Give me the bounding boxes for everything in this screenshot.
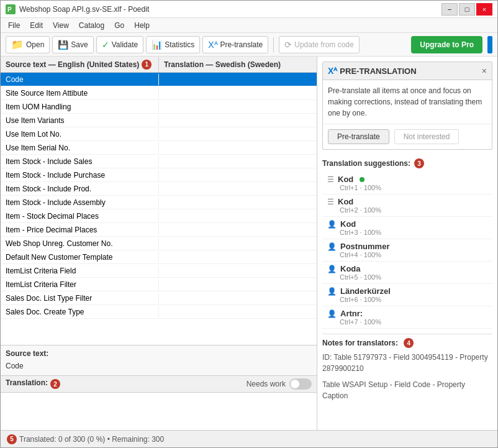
needs-work-toggle[interactable] [289,378,312,390]
main-area: Source text — English (United States) 1 … [1,57,497,430]
translation-cell [159,270,317,272]
title-bar: P Webshop Soap API.g.sv-SE.xlf - Poedit … [1,1,497,18]
suggestion-item[interactable]: ☰ Kod Ctrl+1 · 100% [322,172,492,194]
table-row[interactable]: Web Shop Unreg. Customer No. [1,237,317,250]
source-cell: Web Shop Unreg. Customer No. [1,238,159,249]
source-cell: Item - Price Decimal Places [1,224,159,235]
table-row[interactable]: Sales Doc. Create Type [1,305,317,319]
translation-cell [159,242,317,245]
table-row[interactable]: ItemList Criteria Filter [1,278,317,291]
menu-go[interactable]: Go [109,20,129,31]
suggestions-header: Translation suggestions: 3 [322,158,492,168]
translation-cell [159,201,317,204]
validate-button[interactable]: ✓ Validate [96,36,143,53]
suggestion-text: Kod [340,219,356,229]
suggestion-main: 👤 Kod [327,219,487,229]
badge-1: 1 [142,60,152,70]
table-row[interactable]: Site Source Item Attibute [1,86,317,100]
translation-cell [159,311,317,313]
not-interested-button[interactable]: Not interested [394,129,460,144]
translation-list[interactable]: Code Site Source Item Attibute Item UOM … [1,73,317,345]
table-row[interactable]: Item - Price Decimal Places [1,223,317,237]
pre-translate-body: Pre-translate all items at once and focu… [323,80,492,124]
source-cell: Sales Doc. List Type Filter [1,293,159,304]
translation-cell [159,215,317,217]
table-row[interactable]: Code [1,73,317,86]
source-cell: Item UOM Handling [1,101,159,112]
source-cell: Default New Customer Template [1,252,159,263]
close-icon[interactable]: × [482,66,487,76]
suggestion-item[interactable]: 👤 Artnr: Ctrl+7 · 100% [322,306,492,329]
source-cell: Item Stock - Include Sales [1,156,159,167]
suggestion-meta: Ctrl+6 · 100% [340,296,487,303]
validate-icon: ✓ [102,40,109,50]
translation-input[interactable] [1,393,317,430]
menu-view[interactable]: View [48,20,74,31]
table-row[interactable]: Item UOM Handling [1,100,317,114]
table-row[interactable]: Item Stock - Include Sales [1,155,317,168]
badge-5: 5 [7,434,17,444]
list-icon: ☰ [327,198,334,206]
suggestion-item[interactable]: 👤 Länderkürzel Ctrl+6 · 100% [322,284,492,306]
minimize-button[interactable]: − [441,3,458,16]
badge-2: 2 [50,379,60,389]
translation-label: Translation: [6,378,48,387]
translation-cell [159,174,317,176]
table-row[interactable]: Sales Doc. List Type Filter [1,291,317,305]
translation-cell [159,256,317,258]
table-row[interactable]: Use Item Lot No. [1,127,317,141]
update-from-code-button[interactable]: ⟳ Update from code [279,36,359,53]
svg-text:P: P [7,6,12,13]
pre-translation-box: Xᴬ PRE-TRANSLATION × Pre-translate all i… [322,62,492,150]
table-row[interactable]: Default New Customer Template [1,250,317,264]
toolbar: 📁 Open 💾 Save ✓ Validate 📊 Statistics Xᴬ… [1,33,497,57]
needs-work-area: Needs work [247,378,312,390]
suggestion-main: ☰ Kod [327,197,487,206]
pre-translate-header: Xᴬ PRE-TRANSLATION × [323,62,492,80]
table-row[interactable]: Use Item Serial No. [1,141,317,155]
window-title: Webshop Soap API.g.sv-SE.xlf - Poedit [19,5,441,14]
person-icon: 👤 [327,265,337,273]
person-icon: 👤 [327,220,337,229]
upgrade-button[interactable]: Upgrade to Pro [411,36,482,53]
translation-cell [159,78,317,81]
translation-cell [159,297,317,299]
close-button[interactable]: × [476,3,492,16]
menu-catalog[interactable]: Catalog [74,20,109,31]
table-row[interactable]: Use Item Variants [1,114,317,127]
translation-cell [159,147,317,149]
statistics-label: Statistics [165,40,194,49]
maximize-button[interactable]: □ [459,3,475,16]
suggestion-item[interactable]: ☰ Kod Ctrl+2 · 100% [322,194,492,217]
table-row[interactable]: Item Stock - Include Assembly [1,196,317,209]
save-icon: 💾 [58,40,68,50]
folder-icon: 📁 [11,39,24,50]
suggestion-item[interactable]: 👤 Kod Ctrl+3 · 100% [322,217,492,239]
translation-cell [159,92,317,94]
save-button[interactable]: 💾 Save [52,36,93,53]
table-row[interactable]: ItemList Criteria Field [1,264,317,278]
person-icon: 👤 [327,242,337,251]
suggestion-item[interactable]: 👤 Postnummer Ctrl+4 · 100% [322,239,492,262]
suggestion-item[interactable]: 👤 Koda Ctrl+5 · 100% [322,262,492,284]
source-text-value: Code [6,360,312,372]
open-label: Open [26,40,44,49]
suggestion-main: 👤 Postnummer [327,242,487,251]
translation-column-header: Translation — Swedish (Sweden) [159,58,317,71]
translation-header: Translation: 2 Needs work [1,376,317,393]
table-row[interactable]: Item - Stock Decimal Places [1,209,317,223]
statistics-button[interactable]: 📊 Statistics [146,36,200,53]
save-label: Save [71,40,88,49]
table-row[interactable]: Item Stock - Include Prod. [1,182,317,196]
suggestion-text: Kod [338,197,353,206]
translation-section: Translation: 2 Needs work [1,375,317,430]
table-row[interactable]: Item Stock - Include Purchase [1,168,317,182]
pre-translate-button[interactable]: Pre-translate [328,129,389,144]
source-cell: Sales Doc. Create Type [1,306,159,318]
menu-file[interactable]: File [3,20,25,31]
menu-edit[interactable]: Edit [25,20,48,31]
pretranslate-toolbar-button[interactable]: Xᴬ Pre-translate [202,36,268,53]
open-button[interactable]: 📁 Open [6,36,50,53]
source-cell: Code [1,74,159,85]
menu-help[interactable]: Help [129,20,155,31]
